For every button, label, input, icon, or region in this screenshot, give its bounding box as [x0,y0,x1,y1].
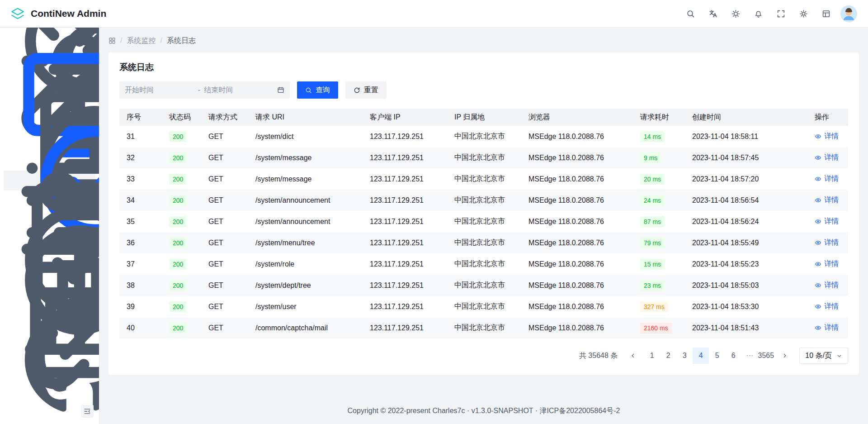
apps-icon[interactable] [108,37,116,44]
detail-link[interactable]: 详情 [815,281,839,290]
cell-method: GET [201,253,248,275]
cell-status: 200 [162,296,201,317]
column-header: 创建时间 [685,109,807,126]
pagination-ellipsis[interactable]: ··· [741,348,758,364]
page-button-3565[interactable]: 3565 [758,348,774,364]
detail-link-label: 详情 [824,302,839,311]
user-avatar[interactable] [840,5,857,22]
detail-link[interactable]: 详情 [815,302,839,311]
cell-status: 200 [162,317,201,338]
status-badge: 200 [169,152,187,163]
cell-uri: /system/announcement [248,190,363,211]
theme-icon [731,10,740,18]
refresh-icon [354,87,360,94]
table-row: 33200GET/system/message123.117.129.251中国… [119,168,848,190]
next-page-button[interactable] [777,348,793,364]
cell-no: 31 [119,126,162,147]
cell-uri: /system/dept/tree [248,275,363,296]
duration-badge: 20 ms [640,174,665,185]
chevron-down-icon [836,353,842,359]
translate-button[interactable] [705,5,721,22]
app-header: ContiNew Admin [0,0,868,28]
layout-button[interactable] [818,5,834,22]
detail-link-label: 详情 [824,132,839,141]
detail-link[interactable]: 详情 [815,217,839,226]
detail-link[interactable]: 详情 [815,238,839,248]
cell-no: 32 [119,147,162,168]
detail-link[interactable]: 详情 [815,195,839,205]
column-header: 浏览器 [521,109,633,126]
page-button-5[interactable]: 5 [709,348,725,364]
filter-row: 开始时间 - 结束时间 查询 重置 [119,81,848,99]
cell-uri: /system/role [248,253,363,275]
fullscreen-icon [777,10,785,18]
cell-no: 33 [119,168,162,190]
cell-method: GET [201,232,248,253]
settings-icon [799,10,808,18]
page-button-2[interactable]: 2 [660,348,676,364]
detail-link[interactable]: 详情 [815,174,839,184]
notification-button[interactable] [750,5,766,22]
cell-status: 200 [162,147,201,168]
cell-browser: MSEdge 118.0.2088.76 [521,126,633,147]
prev-page-button[interactable] [625,348,641,364]
search-button[interactable]: 查询 [297,81,338,99]
detail-link[interactable]: 详情 [815,153,839,162]
status-badge: 200 [169,216,187,227]
cell-created-at: 2023-11-04 18:51:43 [685,317,807,338]
page-button-1[interactable]: 1 [644,348,660,364]
sidebar-item-github[interactable]: GitHub [4,350,95,370]
page-button-6[interactable]: 6 [725,348,741,364]
date-range-picker[interactable]: 开始时间 - 结束时间 [119,81,290,99]
theme-button[interactable] [727,5,744,22]
collapse-icon [84,408,91,415]
reset-button[interactable]: 重置 [345,81,387,99]
layout-icon [822,10,830,18]
cell-duration: 79 ms [633,232,685,253]
search-button[interactable] [682,5,698,22]
cell-created-at: 2023-11-04 18:55:23 [685,253,807,275]
search-button-label: 查询 [316,86,330,95]
settings-button[interactable] [795,5,811,22]
start-time-placeholder: 开始时间 [125,86,194,95]
cell-ip-region: 中国北京北京市 [447,275,521,296]
status-badge: 200 [169,323,187,333]
eye-icon [815,218,821,225]
page-size-select[interactable]: 10 条/页 [799,348,848,364]
cell-duration: 20 ms [633,168,685,190]
reset-button-label: 重置 [364,86,378,95]
breadcrumb-item-system-monitor[interactable]: 系统监控 [127,36,156,46]
status-badge: 200 [169,131,187,142]
detail-link-label: 详情 [824,323,839,333]
logo-area[interactable]: ContiNew Admin [10,6,106,21]
cell-no: 34 [119,190,162,211]
cell-action: 详情 [807,147,848,168]
cell-status: 200 [162,126,201,147]
cell-created-at: 2023-11-04 18:55:49 [685,232,807,253]
fullscreen-button[interactable] [773,5,789,22]
cell-action: 详情 [807,211,848,232]
cell-uri: /system/user [248,296,363,317]
cell-uri: /system/menu/tree [248,232,363,253]
copyright-text: Copyright © 2022-present Charles7c · v1.… [348,407,620,414]
detail-link-label: 详情 [824,174,839,184]
cell-client-ip: 123.117.129.251 [363,147,447,168]
detail-link[interactable]: 详情 [815,259,839,269]
detail-link[interactable]: 详情 [815,323,839,333]
page-button-4[interactable]: 4 [693,348,709,364]
sidebar-collapse-button[interactable] [81,405,94,418]
detail-link[interactable]: 详情 [815,132,839,141]
cell-browser: MSEdge 118.0.2088.76 [521,296,633,317]
table-row: 39200GET/system/user123.117.129.251中国北京北… [119,296,848,317]
cell-action: 详情 [807,190,848,211]
column-header: 请求 URI [248,109,363,126]
sidebar-menu: 仪表盘系统管理系统工具系统监控在线用户登录日志操作日志系统日志列表页表单页详情页… [0,28,99,370]
cell-action: 详情 [807,126,848,147]
eye-icon [815,239,821,246]
page-button-3[interactable]: 3 [676,348,693,364]
eye-icon [815,261,821,267]
detail-link-label: 详情 [824,195,839,205]
cell-client-ip: 123.117.129.251 [363,126,447,147]
system-log-card: 系统日志 开始时间 - 结束时间 查询 重置 [108,52,859,375]
duration-badge: 327 ms [640,301,668,312]
